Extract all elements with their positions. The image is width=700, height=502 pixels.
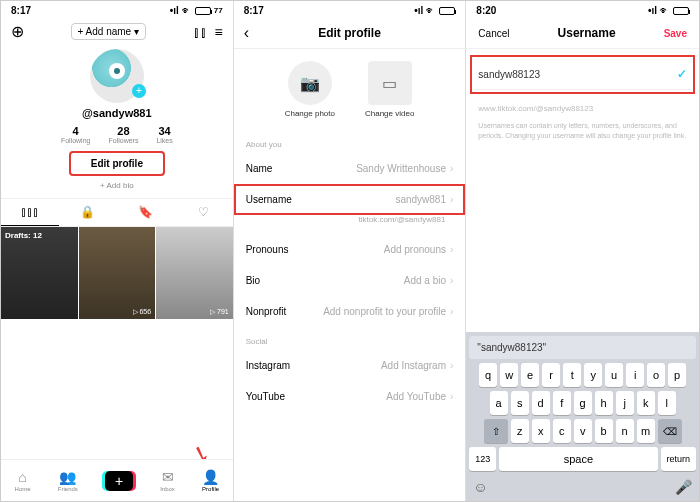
back-button[interactable]: ‹ [244,24,249,42]
row-nonprofit[interactable]: Nonprofit Add nonprofit to your profile› [234,296,466,327]
key-r[interactable]: r [542,363,560,387]
username-note: Usernames can contain only letters, numb… [466,117,699,145]
wifi-icon: ᯤ [426,5,436,16]
key-c[interactable]: c [553,419,571,443]
chevron-right-icon: › [450,163,453,174]
nav-inbox[interactable]: ✉Inbox [160,469,175,492]
section-social: Social [234,327,466,350]
save-button[interactable]: Save [664,28,687,39]
username-input[interactable]: sandyw88123 ✓ [474,59,691,90]
row-youtube[interactable]: YouTube Add YouTube› [234,381,466,412]
return-key[interactable]: return [661,447,697,471]
video-thumb-drafts[interactable]: Drafts: 12 [1,227,79,319]
key-n[interactable]: n [616,419,634,443]
tab-locked[interactable]: 🔒 [59,199,117,226]
nav-create[interactable]: + [105,471,133,491]
chevron-right-icon: › [450,244,453,255]
key-i[interactable]: i [626,363,644,387]
key-s[interactable]: s [511,391,529,415]
key-o[interactable]: o [647,363,665,387]
key-h[interactable]: h [595,391,613,415]
avatar[interactable]: + [90,49,144,103]
cancel-button[interactable]: Cancel [478,28,509,39]
key-x[interactable]: x [532,419,550,443]
key-p[interactable]: p [668,363,686,387]
key-m[interactable]: m [637,419,655,443]
stat-following[interactable]: 4 Following [61,125,91,144]
mic-key[interactable]: 🎤 [675,479,692,495]
emoji-key[interactable]: ☺ [473,479,487,495]
add-bio-button[interactable]: + Add bio [100,181,134,190]
video-thumb[interactable]: ▷ 656 [79,227,157,319]
nav-profile[interactable]: 👤Profile [202,469,219,492]
row-instagram[interactable]: Instagram Add Instagram› [234,350,466,381]
camera-icon: 📷 [288,61,332,105]
add-name-dropdown[interactable]: + Add name ▾ [71,23,146,40]
signal-icon: •ıl [170,5,179,16]
home-icon: ⌂ [18,469,26,485]
tab-feed[interactable]: ⫿⫿⫿ [1,199,59,226]
status-bar: 8:17 •ıl ᯤ 77 [1,1,233,18]
nav-home[interactable]: ⌂Home [15,469,31,492]
status-bar: 8:20 •ılᯤ [466,1,699,18]
clock: 8:17 [244,5,264,16]
edit-profile-button[interactable]: Edit profile [70,152,164,175]
key-a[interactable]: a [490,391,508,415]
nav-friends[interactable]: 👥Friends [58,469,78,492]
menu-icon[interactable]: ≡ [215,24,223,40]
shift-key[interactable]: ⇧ [484,419,508,443]
key-l[interactable]: l [658,391,676,415]
numbers-key[interactable]: 123 [469,447,496,471]
key-z[interactable]: z [511,419,529,443]
key-f[interactable]: f [553,391,571,415]
page-title: Username [558,26,616,40]
key-t[interactable]: t [563,363,581,387]
inbox-icon: ✉ [162,469,174,485]
profile-url: tiktok.com/@sandyw881 [234,215,466,234]
key-k[interactable]: k [637,391,655,415]
key-e[interactable]: e [521,363,539,387]
key-v[interactable]: v [574,419,592,443]
key-b[interactable]: b [595,419,613,443]
add-avatar-icon[interactable]: + [132,84,146,98]
key-y[interactable]: y [584,363,602,387]
creator-tools-icon[interactable]: ⫿⫿ [193,24,207,40]
keyboard-suggestion[interactable]: "sandyw88123" [469,336,696,359]
change-photo[interactable]: 📷 Change photo [285,61,335,118]
key-q[interactable]: q [479,363,497,387]
status-bar: 8:17 •ılᯤ [234,1,466,18]
stat-likes[interactable]: 34 Likes [156,125,172,144]
backspace-key[interactable]: ⌫ [658,419,682,443]
key-u[interactable]: u [605,363,623,387]
battery-pct: 77 [214,6,223,15]
clock: 8:17 [11,5,31,16]
key-g[interactable]: g [574,391,592,415]
video-thumb[interactable]: ▷ 791 [156,227,233,319]
row-name[interactable]: Name Sandy Writtenhouse› [234,153,466,184]
bottom-nav: ⌂Home 👥Friends + ✉Inbox 👤Profile [1,459,233,501]
profile-screen: 8:17 •ıl ᯤ 77 ⊕ + Add name ▾ ⫿⫿ ≡ + @san… [1,1,234,501]
row-username[interactable]: Username sandyw881› [234,184,466,215]
stat-followers[interactable]: 28 Followers [108,125,138,144]
key-d[interactable]: d [532,391,550,415]
space-key[interactable]: space [499,447,657,471]
key-w[interactable]: w [500,363,518,387]
key-row: ⇧ zxcvbnm ⌫ [469,419,696,443]
key-j[interactable]: j [616,391,634,415]
signal-icon: •ıl [414,5,423,16]
friends-icon: 👥 [59,469,76,485]
change-video[interactable]: ▭ Change video [365,61,414,118]
video-icon: ▭ [368,61,412,105]
key-row: qwertyuiop [469,363,696,387]
row-pronouns[interactable]: Pronouns Add pronouns› [234,234,466,265]
add-account-icon[interactable]: ⊕ [11,22,24,41]
chevron-right-icon: › [450,306,453,317]
tab-saved[interactable]: 🔖 [117,199,175,226]
wifi-icon: ᯤ [182,5,192,16]
signal-icon: •ıl [648,5,657,16]
page-title: Edit profile [318,26,381,40]
tab-liked[interactable]: ♡ [175,199,233,226]
chevron-right-icon: › [450,391,453,402]
row-bio[interactable]: Bio Add a bio› [234,265,466,296]
username-edit-screen: 8:20 •ılᯤ Cancel Username Save sandyw881… [466,1,699,501]
